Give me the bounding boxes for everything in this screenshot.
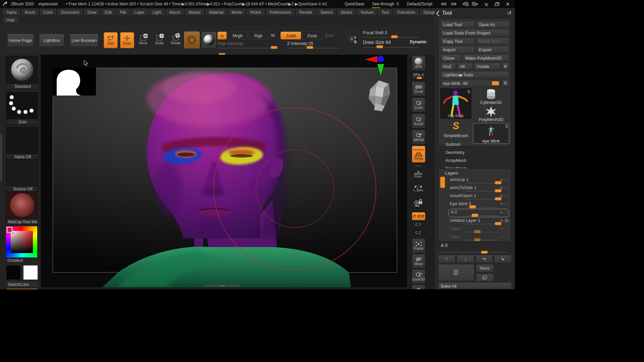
tool-r-button[interactable]: R	[502, 79, 509, 86]
current-texture[interactable]: Texture Off	[6, 159, 38, 192]
window-prev-icon[interactable]	[461, 1, 469, 7]
layer-intensity-handle[interactable]	[495, 181, 501, 184]
layer-intensity-main-handle[interactable]	[481, 251, 488, 254]
paste-tool-button[interactable]: Paste Tool	[476, 38, 509, 45]
scroll-left-icon[interactable]: ◂	[219, 284, 220, 287]
current-brush[interactable]: Standard	[6, 56, 38, 89]
layer-intensity-handle[interactable]	[469, 205, 476, 208]
layer-intensity-slider[interactable]	[441, 251, 508, 253]
layer-eye-icon[interactable]	[505, 227, 508, 230]
draw-size-slider[interactable]	[363, 46, 419, 49]
spix-handle[interactable]	[417, 77, 422, 79]
panel-refresh-icon[interactable]: ↺	[507, 10, 512, 16]
rgb-intensity-handle[interactable]	[271, 46, 277, 49]
menu-item[interactable]: Tool	[378, 9, 392, 16]
home-page-button[interactable]: Home Page	[7, 34, 34, 47]
goz-visible-button[interactable]: Visible	[474, 63, 500, 70]
layer-record-icon[interactable]	[500, 186, 503, 189]
layer-record-icon[interactable]	[500, 227, 503, 230]
layer-branch-button[interactable]: ↳	[494, 255, 512, 263]
aahalf-button[interactable]: AAHalf	[412, 130, 425, 144]
menu-item[interactable]: File	[117, 9, 129, 16]
active-tool-slider[interactable]: eye blink. 48	[440, 79, 500, 86]
rotate-button[interactable]: R Rotate	[169, 32, 182, 48]
switchcolor-label[interactable]: SwitchColor	[6, 281, 38, 288]
z-intensity-slider[interactable]	[287, 47, 341, 50]
frame-button[interactable]: Frame	[412, 238, 425, 253]
see-through-slider[interactable]: See-through 0	[369, 2, 402, 6]
layer-eye-icon[interactable]	[505, 235, 508, 238]
goz-button[interactable]: GoZ	[440, 63, 456, 70]
menu-item[interactable]: Color	[40, 9, 56, 16]
menu-item[interactable]: Macro	[166, 9, 183, 16]
scroll-bar-left[interactable]	[205, 285, 218, 287]
layer-eye-icon[interactable]	[504, 211, 508, 214]
layer-record-icon[interactable]	[500, 235, 503, 238]
close-icon[interactable]: ✕	[503, 1, 512, 7]
zoom-button[interactable]: Zoom	[412, 98, 425, 112]
menu-item[interactable]: Draw	[84, 9, 100, 16]
tool-section-header[interactable]: Subtool	[438, 140, 512, 148]
layer-down-button[interactable]: ↓	[457, 255, 474, 263]
layer-up-button[interactable]: ↑	[438, 255, 455, 263]
floor-button[interactable]: Floor	[412, 169, 425, 180]
floor-axes-toggles[interactable]: x y z	[412, 163, 425, 168]
menu-item[interactable]: Layer	[131, 9, 148, 16]
rotate3d-button[interactable]: Rotate	[412, 285, 425, 289]
active-tool-handle[interactable]	[492, 81, 499, 85]
layer-intensity-handle[interactable]	[495, 189, 501, 192]
material-preview-button[interactable]	[201, 32, 217, 48]
menu-item[interactable]: Picker	[247, 9, 264, 16]
focal-shift-slider[interactable]	[363, 36, 419, 39]
menu-item[interactable]: Material	[206, 9, 226, 16]
import-button[interactable]: Import	[440, 46, 475, 53]
menu-item[interactable]: Edit	[102, 9, 115, 16]
gradient-label[interactable]: Gradient	[6, 257, 38, 263]
move3d-button[interactable]: Move	[412, 254, 425, 268]
alternate-button[interactable]: Alternate	[6, 289, 38, 289]
simplebrush-tool[interactable]: S SimpleBrush	[440, 120, 471, 138]
menu-item[interactable]: Stroke	[337, 9, 355, 16]
menu-item[interactable]: Movie	[228, 9, 245, 16]
rotate-xyz-button[interactable]: XYZ	[412, 212, 425, 220]
scroll-button[interactable]: Scroll	[412, 81, 425, 96]
mrgb-button[interactable]: Mrgb	[227, 32, 248, 40]
current-tool-thumb[interactable]: 5 eye blink	[440, 88, 471, 119]
layer-intensity-handle[interactable]	[474, 238, 481, 241]
goz-r-button[interactable]: R	[502, 63, 509, 70]
draw-button[interactable]: Draw	[120, 32, 134, 48]
layer-row[interactable]: Layer	[448, 226, 509, 233]
camera-lock-button[interactable]	[412, 195, 425, 210]
edit-button[interactable]: Edit	[104, 32, 118, 48]
layer-row[interactable]: Eye blink 0	[448, 201, 509, 208]
persp-button[interactable]: Dynamic Persp	[412, 146, 425, 163]
menu-item[interactable]: Preferences	[266, 9, 294, 16]
restore-icon[interactable]	[493, 1, 501, 7]
model-3d-head[interactable]	[98, 68, 353, 287]
switchcolor-row[interactable]: SwitchColor	[6, 281, 38, 288]
layer-row[interactable]: armsUp 1	[448, 177, 509, 184]
move-button[interactable]: M Move	[137, 32, 150, 48]
clone-button[interactable]: Clone	[440, 54, 461, 61]
quicksave-button[interactable]: QuickSave	[345, 2, 364, 6]
menu-item[interactable]: Texture	[357, 9, 376, 16]
m-button[interactable]: M	[269, 32, 277, 39]
stroke-preview-button[interactable]	[184, 32, 200, 48]
copy-tool-button[interactable]: Copy Tool	[440, 38, 475, 45]
scale-button[interactable]: S Scale	[153, 32, 166, 48]
focal-shift-handle[interactable]	[391, 35, 398, 38]
menu-item[interactable]: Transform	[394, 9, 418, 16]
polymesh3d-tool[interactable]: PolyMesh3D	[473, 106, 509, 122]
rgb-button[interactable]: Rgb	[248, 32, 268, 40]
layer-record-icon[interactable]	[500, 194, 503, 197]
tool-section-header[interactable]: ArrayMesh	[438, 156, 512, 164]
lightbox-tools-button[interactable]: Lightbox▶Tools	[440, 71, 509, 78]
rotate-z-button[interactable]: Z	[412, 229, 425, 236]
draw-size-handle[interactable]	[376, 45, 383, 48]
save-as-button[interactable]: Save As	[476, 21, 509, 28]
menu-item[interactable]: Brush	[22, 9, 38, 16]
layer-row[interactable]: armsToSide 1	[448, 185, 509, 192]
x-axis-arrow[interactable]	[365, 56, 377, 63]
z-intensity-handle[interactable]	[307, 46, 313, 49]
layer-redo-button[interactable]: ↪	[476, 255, 493, 263]
